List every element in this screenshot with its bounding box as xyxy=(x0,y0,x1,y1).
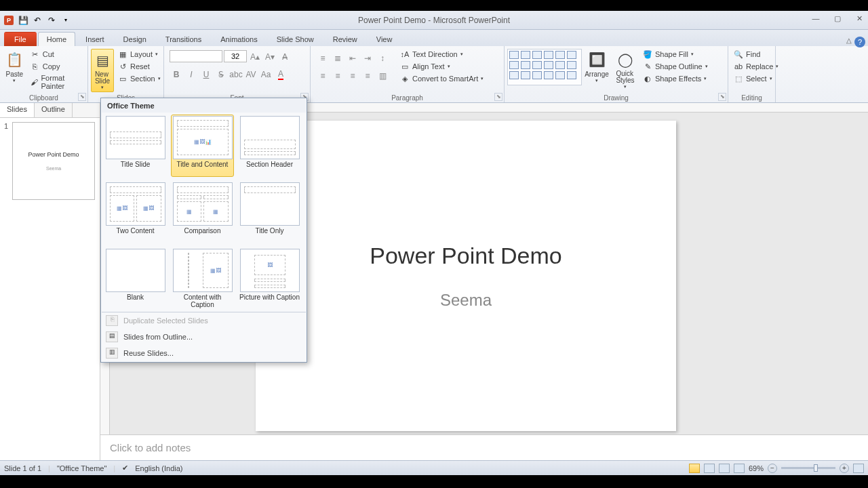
tab-review[interactable]: Review xyxy=(324,32,366,46)
columns-icon[interactable]: ▥ xyxy=(376,69,389,83)
shadow-icon[interactable]: abc xyxy=(229,68,243,81)
ribbon-minimize-icon[interactable]: △ xyxy=(846,37,852,44)
paste-label: Paste xyxy=(6,70,24,78)
redo-icon[interactable]: ↷ xyxy=(45,14,58,26)
case-icon[interactable]: Aa xyxy=(259,68,273,81)
spacing-icon[interactable]: AV xyxy=(244,68,258,81)
align-left-icon[interactable]: ≡ xyxy=(316,69,330,83)
clear-format-icon[interactable]: A̶ xyxy=(278,50,292,64)
fit-window-icon[interactable] xyxy=(853,464,864,473)
statusbar: Slide 1 of 1 | "Office Theme" | ✔ Englis… xyxy=(0,460,868,475)
close-button[interactable]: ✕ xyxy=(853,14,865,26)
replace-button[interactable]: abReplace▾ xyxy=(731,61,781,72)
numbering-icon[interactable]: ≣ xyxy=(331,52,344,65)
bold-icon[interactable]: B xyxy=(170,68,183,81)
cut-button[interactable]: ✂Cut xyxy=(28,49,85,60)
paste-button[interactable]: 📋 Paste ▾ xyxy=(3,49,26,85)
layout-title-content[interactable]: ▦🖼📊 Title and Content xyxy=(171,115,234,177)
layout-two-content[interactable]: ▦🖼▦🖼 Two Content xyxy=(104,181,167,243)
help-icon[interactable]: ? xyxy=(854,37,865,47)
slides-tab[interactable]: Slides xyxy=(0,103,35,117)
layout-blank[interactable]: Blank xyxy=(104,247,167,310)
strike-icon[interactable]: S̶ xyxy=(214,68,228,81)
minimize-button[interactable]: — xyxy=(810,14,822,26)
tab-transitions[interactable]: Transitions xyxy=(157,32,210,46)
new-slide-button[interactable]: ▤ New Slide ▾ xyxy=(91,49,114,92)
tab-view[interactable]: View xyxy=(368,32,401,46)
slides-from-outline-item[interactable]: ▤Slides from Outline... xyxy=(102,329,306,345)
new-slide-icon: ▤ xyxy=(93,51,112,70)
reading-view-icon[interactable] xyxy=(719,464,730,473)
outline-tab[interactable]: Outline xyxy=(35,103,73,117)
layout-picture-caption[interactable]: 🖼 Picture with Caption xyxy=(238,247,301,310)
zoom-level[interactable]: 69% xyxy=(749,464,764,472)
justify-icon[interactable]: ≡ xyxy=(361,69,374,83)
notes-pane[interactable]: Click to add notes xyxy=(100,434,868,460)
tab-home[interactable]: Home xyxy=(38,32,75,47)
copy-button[interactable]: ⎘Copy xyxy=(28,61,85,72)
smartart-button[interactable]: ◈Convert to SmartArt▾ xyxy=(397,73,486,84)
sorter-view-icon[interactable] xyxy=(704,464,715,473)
layout-content-caption[interactable]: ▦🖼 Content with Caption xyxy=(171,247,234,310)
shape-effects-button[interactable]: ◐Shape Effects▾ xyxy=(640,73,711,84)
zoom-slider[interactable] xyxy=(781,467,835,469)
zoom-in-icon[interactable]: + xyxy=(840,464,849,473)
align-center-icon[interactable]: ≡ xyxy=(331,69,344,83)
layout-section-header[interactable]: Section Header xyxy=(238,115,301,177)
reuse-slides-item[interactable]: ▥Reuse Slides... xyxy=(102,345,306,361)
slideshow-view-icon[interactable] xyxy=(734,464,745,473)
zoom-out-icon[interactable]: − xyxy=(768,464,777,473)
text-direction-icon: ↕A xyxy=(400,49,410,59)
shapes-gallery[interactable] xyxy=(507,49,582,85)
outdent-icon[interactable]: ⇤ xyxy=(346,52,359,65)
tab-design[interactable]: Design xyxy=(115,32,155,46)
shape-fill-button[interactable]: 🪣Shape Fill▾ xyxy=(640,49,711,60)
layout-comparison[interactable]: ▦▦ Comparison xyxy=(171,181,234,243)
italic-icon[interactable]: I xyxy=(184,68,198,81)
spellcheck-icon[interactable]: ✔ xyxy=(122,464,128,472)
section-button[interactable]: ▭Section▾ xyxy=(115,73,163,84)
qat-dropdown-icon[interactable]: ▾ xyxy=(60,14,72,26)
layout-button[interactable]: ▦Layout▾ xyxy=(115,49,163,60)
tab-insert[interactable]: Insert xyxy=(77,32,113,46)
bullets-icon[interactable]: ≡ xyxy=(316,52,330,65)
grow-font-icon[interactable]: A▴ xyxy=(248,50,262,64)
slide-title[interactable]: Power Point Demo xyxy=(370,243,561,269)
save-icon[interactable]: 💾 xyxy=(17,14,29,26)
tab-file[interactable]: File xyxy=(4,32,37,46)
shape-outline-button[interactable]: ✎Shape Outline▾ xyxy=(640,61,711,72)
group-editing: 🔍Find abReplace▾ ⬚Select▾ Editing xyxy=(728,46,776,102)
format-painter-button[interactable]: 🖌Format Painter xyxy=(28,73,85,91)
align-right-icon[interactable]: ≡ xyxy=(346,69,359,83)
tab-animations[interactable]: Animations xyxy=(212,32,266,46)
reset-button[interactable]: ↺Reset xyxy=(115,61,163,72)
slide-subtitle[interactable]: Seema xyxy=(440,291,492,310)
font-color-icon[interactable]: A xyxy=(274,68,288,81)
tab-slideshow[interactable]: Slide Show xyxy=(268,32,323,46)
layout-title-only[interactable]: Title Only xyxy=(238,181,301,243)
align-text-button[interactable]: ▭Align Text▾ xyxy=(397,61,486,72)
quick-styles-button[interactable]: ◯Quick Styles▾ xyxy=(612,49,639,91)
normal-view-icon[interactable] xyxy=(689,464,700,473)
find-button[interactable]: 🔍Find xyxy=(731,49,781,60)
font-size-combo[interactable] xyxy=(224,50,247,62)
slide-thumbnail[interactable]: Power Point Demo Seema xyxy=(12,122,95,200)
maximize-button[interactable]: ▢ xyxy=(831,14,844,26)
layout-title-slide[interactable]: Title Slide xyxy=(104,115,167,177)
shrink-font-icon[interactable]: A▾ xyxy=(263,50,277,64)
arrange-button[interactable]: 🔲Arrange▾ xyxy=(583,49,610,85)
undo-icon[interactable]: ↶ xyxy=(31,14,43,26)
select-button[interactable]: ⬚Select▾ xyxy=(731,73,781,84)
text-direction-button[interactable]: ↕AText Direction▾ xyxy=(397,49,486,60)
clipboard-launcher[interactable]: ⬊ xyxy=(78,93,86,101)
font-family-combo[interactable] xyxy=(170,50,222,62)
line-spacing-icon[interactable]: ↕ xyxy=(376,52,389,65)
language-status[interactable]: English (India) xyxy=(135,464,182,472)
indent-icon[interactable]: ⇥ xyxy=(361,52,374,65)
underline-icon[interactable]: U xyxy=(199,68,213,81)
drawing-launcher[interactable]: ⬊ xyxy=(718,93,726,101)
slide[interactable]: Power Point Demo Seema xyxy=(256,121,676,431)
paragraph-launcher[interactable]: ⬊ xyxy=(494,93,502,101)
align-text-icon: ▭ xyxy=(400,62,410,71)
quick-styles-icon: ◯ xyxy=(616,50,635,69)
